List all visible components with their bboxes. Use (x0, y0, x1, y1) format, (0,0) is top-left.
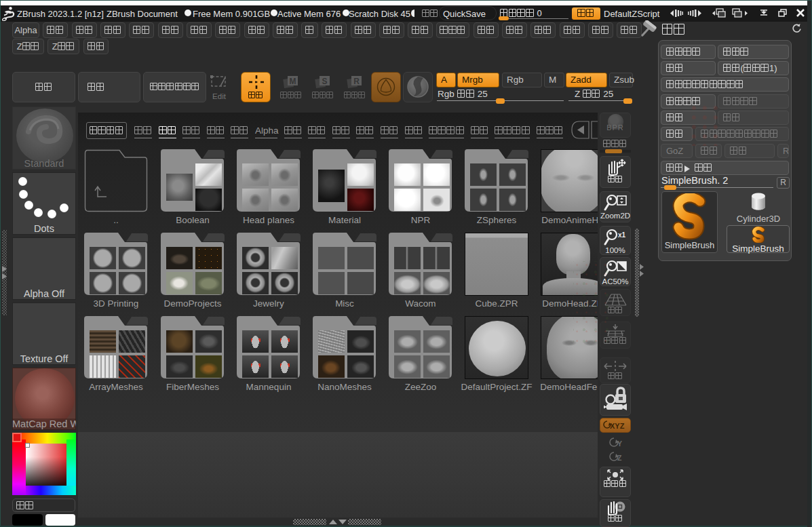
svg-text:M: M (290, 77, 296, 86)
svg-text:Y: Y (617, 440, 622, 448)
svg-text:S: S (322, 77, 327, 86)
svg-text:Z: Z (617, 454, 622, 462)
svg-text:x1: x1 (618, 231, 626, 239)
svg-text:XYZ: XYZ (610, 422, 625, 430)
svg-text:R: R (353, 77, 360, 86)
